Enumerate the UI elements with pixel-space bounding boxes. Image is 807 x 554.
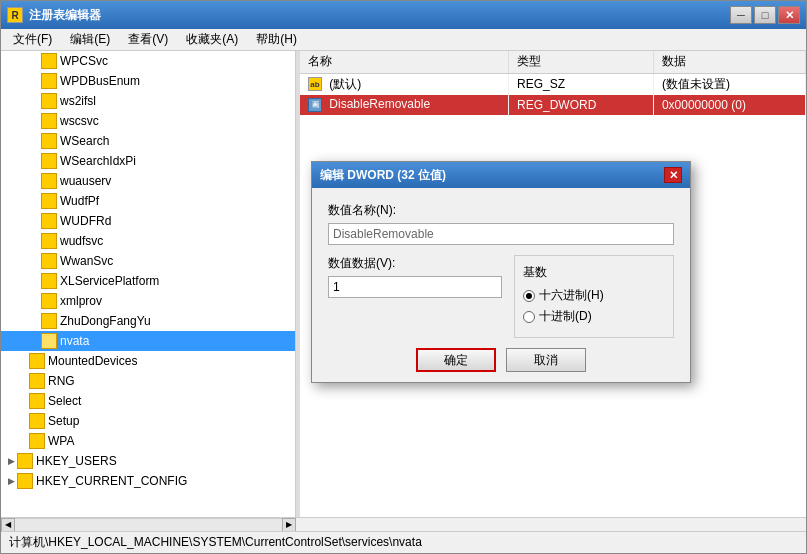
tree-item[interactable]: WPDBusEnum [1, 71, 295, 91]
tree-item[interactable]: wudfsvc [1, 231, 295, 251]
table-row[interactable]: ab (默认) REG_SZ (数值未设置) [300, 73, 806, 95]
tree-item[interactable]: wscsvc [1, 111, 295, 131]
tree-item[interactable]: MountedDevices [1, 351, 295, 371]
scroll-track[interactable] [15, 518, 282, 532]
close-button[interactable]: ✕ [778, 6, 800, 24]
radio-hex-dot[interactable] [523, 290, 535, 302]
dialog-buttons: 确定 取消 [328, 348, 674, 372]
tree-item[interactable]: WUDFRd [1, 211, 295, 231]
folder-icon [41, 153, 57, 169]
tree-arrow [29, 175, 41, 187]
tree-item[interactable]: ws2ifsl [1, 91, 295, 111]
dialog-title-text: 编辑 DWORD (32 位值) [320, 167, 664, 184]
folder-icon [17, 453, 33, 469]
tree-pane[interactable]: WPCSvc WPDBusEnum ws2ifsl wscsvc WSearch [1, 51, 296, 517]
tree-item[interactable]: WSearch [1, 131, 295, 151]
folder-icon [17, 473, 33, 489]
tree-item[interactable]: xmlprov [1, 291, 295, 311]
folder-icon [29, 373, 45, 389]
menu-favorites[interactable]: 收藏夹(A) [178, 29, 246, 50]
dialog-close-button[interactable]: ✕ [664, 167, 682, 183]
folder-icon [41, 173, 57, 189]
status-path: 计算机\HKEY_LOCAL_MACHINE\SYSTEM\CurrentCon… [9, 534, 422, 551]
col-name: 名称 [300, 51, 508, 73]
tree-item-label: wscsvc [60, 114, 99, 128]
tree-item-label: HKEY_CURRENT_CONFIG [36, 474, 187, 488]
tree-arrow [29, 335, 41, 347]
tree-arrow [29, 235, 41, 247]
tree-item-label: XLServicePlatform [60, 274, 159, 288]
data-input[interactable] [328, 276, 502, 298]
scroll-left-btn[interactable]: ◀ [1, 518, 15, 532]
folder-icon [41, 113, 57, 129]
tree-arrow [29, 275, 41, 287]
folder-icon [41, 253, 57, 269]
reg-ab-icon: ab [308, 77, 322, 91]
window-title: 注册表编辑器 [29, 7, 730, 24]
tree-item-hkey-current-config[interactable]: ▶ HKEY_CURRENT_CONFIG [1, 471, 295, 491]
folder-icon [29, 413, 45, 429]
menu-help[interactable]: 帮助(H) [248, 29, 305, 50]
tree-arrow [29, 115, 41, 127]
menu-view[interactable]: 查看(V) [120, 29, 176, 50]
tree-item-label: WwanSvc [60, 254, 113, 268]
menu-edit[interactable]: 编辑(E) [62, 29, 118, 50]
tree-item-nvata[interactable]: nvata [1, 331, 295, 351]
tree-item[interactable]: ZhuDongFangYu [1, 311, 295, 331]
col-data: 数据 [653, 51, 805, 73]
tree-arrow [29, 215, 41, 227]
tree-item[interactable]: wuauserv [1, 171, 295, 191]
tree-arrow [29, 95, 41, 107]
folder-icon [41, 213, 57, 229]
tree-item[interactable]: XLServicePlatform [1, 271, 295, 291]
menu-file[interactable]: 文件(F) [5, 29, 60, 50]
tree-item-label: Select [48, 394, 81, 408]
tree-item[interactable]: WwanSvc [1, 251, 295, 271]
tree-item[interactable]: RNG [1, 371, 295, 391]
name-label: 数值名称(N): [328, 202, 674, 219]
maximize-button[interactable]: □ [754, 6, 776, 24]
tree-arrow [29, 135, 41, 147]
tree-item[interactable]: WPA [1, 431, 295, 451]
tree-item-label: WudfPf [60, 194, 99, 208]
app-icon: R [7, 7, 23, 23]
tree-item-label: WSearch [60, 134, 109, 148]
tree-hscroll[interactable]: ◀ ▶ [1, 518, 296, 532]
folder-icon [41, 313, 57, 329]
col-type: 类型 [508, 51, 653, 73]
tree-item[interactable]: WSearchIdxPi [1, 151, 295, 171]
scroll-right-btn[interactable]: ▶ [282, 518, 296, 532]
tree-item-label: WPA [48, 434, 74, 448]
radio-dec[interactable]: 十进制(D) [523, 308, 665, 325]
name-input[interactable] [328, 223, 674, 245]
value-table: 名称 类型 数据 ab (默认) REG_SZ (数值未设置) [300, 51, 806, 115]
tree-item[interactable]: WudfPf [1, 191, 295, 211]
data-label: 数值数据(V): [328, 255, 502, 272]
tree-item[interactable]: Setup [1, 411, 295, 431]
tree-item-label: xmlprov [60, 294, 102, 308]
status-bar: 计算机\HKEY_LOCAL_MACHINE\SYSTEM\CurrentCon… [1, 531, 806, 553]
radio-hex[interactable]: 十六进制(H) [523, 287, 665, 304]
tree-item-hkey-users[interactable]: ▶ HKEY_USERS [1, 451, 295, 471]
table-row-selected[interactable]: 画 DisableRemovable REG_DWORD 0x00000000 … [300, 95, 806, 115]
tree-arrow: ▶ [5, 475, 17, 487]
horizontal-scrollbar[interactable]: ◀ ▶ [1, 517, 806, 531]
cancel-button[interactable]: 取消 [506, 348, 586, 372]
tree-arrow [17, 375, 29, 387]
tree-arrow [17, 415, 29, 427]
data-row: 数值数据(V): 基数 十六进制(H) 十进制(D) [328, 255, 674, 338]
tree-arrow [29, 315, 41, 327]
tree-item-label: ws2ifsl [60, 94, 96, 108]
tree-item[interactable]: WPCSvc [1, 51, 295, 71]
radio-dec-dot[interactable] [523, 311, 535, 323]
value-section: 数值数据(V): [328, 255, 502, 338]
tree-arrow [29, 155, 41, 167]
radio-hex-label: 十六进制(H) [539, 287, 604, 304]
ok-button[interactable]: 确定 [416, 348, 496, 372]
tree-item-label: WUDFRd [60, 214, 111, 228]
folder-icon [41, 53, 57, 69]
cell-name: 画 DisableRemovable [300, 95, 508, 115]
value-name: (默认) [329, 77, 361, 91]
minimize-button[interactable]: ─ [730, 6, 752, 24]
tree-item-select[interactable]: Select [1, 391, 295, 411]
